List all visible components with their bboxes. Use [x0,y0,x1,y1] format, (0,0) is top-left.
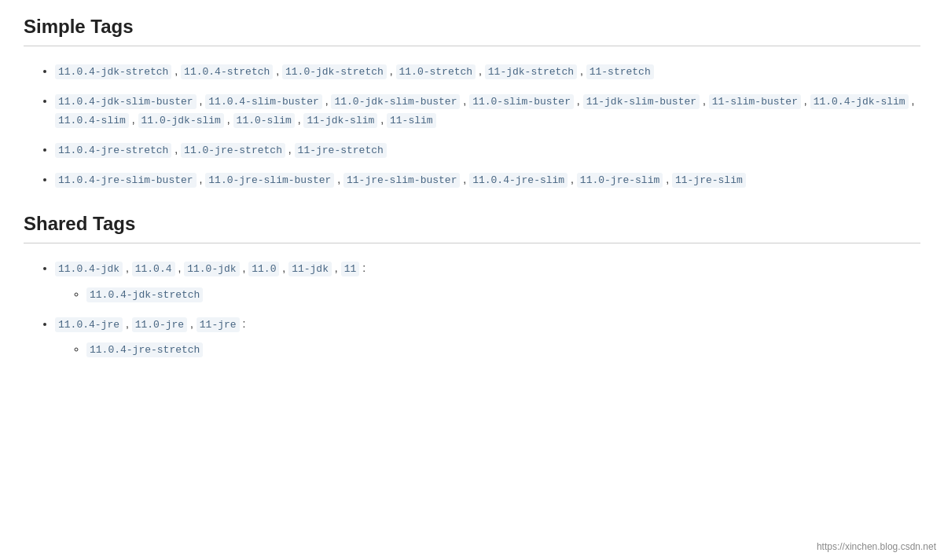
tag-code: 11.0.4-jre-slim-buster [55,173,197,188]
list-item: 11.0.4-jdk , 11.0.4 , 11.0-jdk , 11.0 , … [55,259,920,303]
tag-code: 11.0.4-slim-buster [205,94,321,109]
list-item: 11.0.4-jre-stretch , 11.0-jre-stretch , … [55,141,920,159]
simple-tags-section: Simple Tags 11.0.4-jdk-stretch , 11.0.4-… [24,16,920,189]
tag-code: 11-jre-slim [672,173,746,188]
tag-code: 11.0-stretch [396,64,476,79]
tag-code: 11.0-slim [233,113,295,128]
tag-separator: , [574,94,583,107]
tag-code: 11.0.4-stretch [181,64,273,79]
simple-tags-list: 11.0.4-jdk-stretch , 11.0.4-stretch , 11… [24,62,920,189]
tag-code: 11.0-jdk-slim-buster [331,94,460,109]
tag-separator: , [460,173,469,185]
tag-code: 11-jdk-slim-buster [583,94,700,109]
sub-list-item: 11.0.4-jre-stretch [86,340,920,359]
tag-separator: , [224,113,233,126]
tag-separator: , [568,173,577,185]
tag-separator: , [240,262,249,274]
tag-separator: , [197,94,206,107]
tag-separator: , [285,143,295,156]
tag-separator: , [171,143,181,156]
tag-code: 11.0.4-jre [55,317,123,332]
tag-code: 11.0.4-jdk-slim-buster [55,94,197,109]
tag-separator: , [476,64,485,77]
simple-tags-title: Simple Tags [24,16,920,38]
tag-separator: , [332,262,341,274]
tag-separator: , [801,94,810,107]
tag-code: 11-slim [387,113,436,128]
tag-code: 11-stretch [586,64,654,79]
tag-code: 11-jdk [288,262,332,276]
tag-separator: , [279,262,288,274]
tag-separator: , [171,64,181,77]
tag-code: 11-slim-buster [709,94,801,109]
list-item: 11.0.4-jdk-slim-buster , 11.0.4-slim-bus… [55,92,920,130]
footer-note: https://xinchen.blog.csdn.net [817,541,936,552]
colon-separator: : [359,262,365,274]
tag-separator: , [387,64,396,77]
shared-tags-list: 11.0.4-jdk , 11.0.4 , 11.0-jdk , 11.0 , … [24,259,920,358]
tag-code: 11-jre-stretch [295,143,387,158]
tag-code: 11.0-slim-buster [469,94,574,109]
shared-tags-divider [24,243,920,243]
tag-code: 11.0-jdk-slim [138,113,224,128]
tag-code: 11.0-jre-slim-buster [205,173,334,188]
tag-separator: , [123,317,132,330]
tag-separator: , [175,262,185,274]
tag-code: 11-jdk-stretch [485,64,577,79]
tag-code: 11.0.4-jre-slim [469,173,568,188]
colon-separator: : [240,317,246,330]
tag-separator: , [187,317,197,330]
shared-tags-title: Shared Tags [24,213,920,235]
tag-separator: , [273,64,282,77]
tag-code: 11.0-jre-slim [577,173,663,188]
list-item: 11.0.4-jre-slim-buster , 11.0-jre-slim-b… [55,170,920,189]
tag-code: 11.0-jdk [184,262,239,276]
tag-code: 11.0-jre-stretch [181,143,285,158]
tag-separator: , [334,173,343,185]
sub-list-item: 11.0.4-jdk-stretch [86,285,920,304]
tag-separator: , [460,94,469,107]
tag-code: 11-jre [197,317,240,332]
tag-code: 11.0.4-jdk [55,262,123,276]
sub-tag-list: 11.0.4-jdk-stretch [55,285,920,304]
tag-separator: , [129,113,138,126]
shared-tags-section: Shared Tags 11.0.4-jdk , 11.0.4 , 11.0-j… [24,213,920,358]
tag-code: 11.0.4-jdk-stretch [55,64,171,79]
tag-code: 11.0.4 [132,262,175,276]
tag-separator: , [700,94,709,107]
tag-separator: , [909,94,915,107]
tag-separator: , [377,113,387,126]
tag-code: 11 [341,262,360,276]
tag-separator: , [577,64,586,77]
tag-code: 11.0.4-jre-stretch [55,143,171,158]
sub-tag-code: 11.0.4-jre-stretch [86,342,203,357]
tag-code: 11-jdk-slim [303,113,377,128]
tag-code: 11.0.4-jdk-slim [810,94,909,109]
tag-separator: , [322,94,332,107]
list-item: 11.0.4-jre , 11.0-jre , 11-jre :11.0.4-j… [55,315,920,359]
tag-separator: , [123,262,132,274]
tag-code: 11-jre-slim-buster [343,173,460,188]
tag-code: 11.0 [248,262,279,276]
tag-separator: , [197,173,206,185]
sub-tag-code: 11.0.4-jdk-stretch [86,287,203,302]
tag-code: 11.0-jdk-stretch [282,64,387,79]
list-item: 11.0.4-jdk-stretch , 11.0.4-stretch , 11… [55,62,920,81]
tag-separator: , [295,113,304,126]
tag-separator: , [663,173,672,185]
simple-tags-divider [24,46,920,46]
tag-code: 11.0.4-slim [55,113,129,128]
sub-tag-list: 11.0.4-jre-stretch [55,340,920,359]
tag-code: 11.0-jre [132,317,187,332]
